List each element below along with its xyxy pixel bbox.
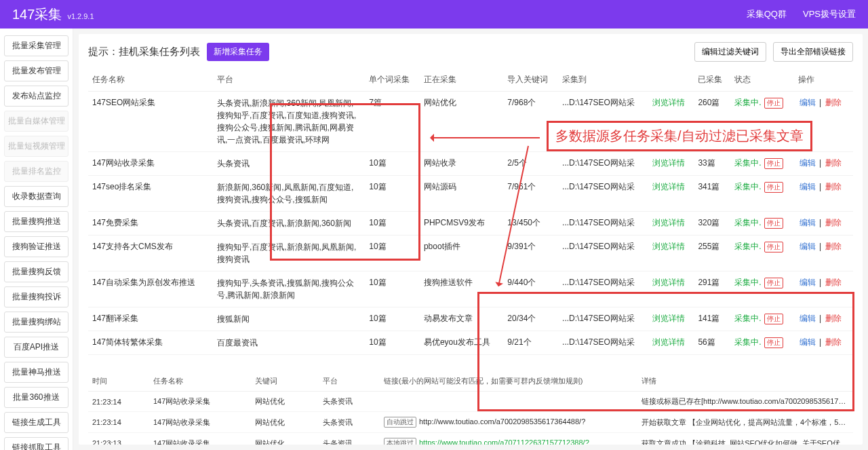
- task-dest: ...D:\147SEO网站采: [558, 236, 648, 271]
- delete-link[interactable]: 删除: [825, 182, 842, 191]
- browse-detail-link[interactable]: 浏览详情: [652, 242, 685, 251]
- task-single: 10篇: [365, 307, 420, 331]
- sidebar-item-5: 批量排名监控: [4, 161, 68, 182]
- tasks-col-_browse: [648, 69, 694, 92]
- sidebar-item-7[interactable]: 批量搜狗推送: [4, 211, 68, 232]
- task-platform: 头条资讯,新浪新闻,360新闻,凤凰新闻,搜狗知乎,百度资讯,百度知道,搜狗资讯…: [213, 92, 365, 152]
- stop-button[interactable]: 停止: [764, 314, 783, 324]
- edit-filter-keywords-button[interactable]: 编辑过滤关键词: [694, 42, 766, 62]
- edit-link[interactable]: 编辑: [800, 278, 816, 287]
- delete-link[interactable]: 删除: [825, 158, 842, 168]
- edit-link[interactable]: 编辑: [800, 314, 816, 323]
- task-platform: 搜狐新闻: [213, 307, 365, 331]
- edit-link[interactable]: 编辑: [800, 337, 816, 347]
- log-link[interactable]: https://www.toutiao.com/a707112263715771…: [419, 438, 589, 445]
- sidebar-item-1[interactable]: 批量发布管理: [4, 60, 68, 81]
- sidebar-item-16[interactable]: 链接抓取工具: [4, 437, 68, 450]
- task-dest: ...D:\147SEO网站采: [558, 176, 648, 212]
- delete-link[interactable]: 删除: [825, 242, 842, 251]
- stop-button[interactable]: 停止: [764, 337, 783, 348]
- delete-link[interactable]: 删除: [825, 314, 842, 323]
- top-bar: 147采集 v1.2.9.1 采集QQ群 VPS拨号设置: [0, 0, 868, 29]
- browse-detail-link[interactable]: 浏览详情: [652, 182, 685, 191]
- sidebar-item-8[interactable]: 搜狗验证推送: [4, 236, 68, 257]
- page-title: 提示：挂机采集任务列表: [88, 45, 200, 58]
- browse-detail-link[interactable]: 浏览详情: [652, 218, 685, 227]
- log-task: 147网站收录采集: [149, 433, 251, 445]
- sidebar-item-12[interactable]: 百度API推送: [4, 337, 68, 358]
- delete-link[interactable]: 删除: [825, 98, 842, 107]
- log-link[interactable]: http://www.toutiao.com/a7002098535617364…: [419, 417, 585, 426]
- export-error-links-button[interactable]: 导出全部错误链接: [773, 42, 853, 62]
- stop-button[interactable]: 停止: [764, 158, 783, 169]
- browse-detail-link[interactable]: 浏览详情: [652, 314, 685, 323]
- sidebar-item-0[interactable]: 批量采集管理: [4, 35, 68, 56]
- sidebar-item-10[interactable]: 批量搜狗投诉: [4, 286, 68, 307]
- tasks-header-row: 任务名称平台单个词采集正在采集导入关键词采集到已采集状态操作: [88, 69, 853, 92]
- task-dest: ...D:\147SEO网站采: [558, 212, 648, 236]
- table-row: 147简体转繁体采集百度最资讯10篇易优eyou发布工具9/21个...D:\1…: [88, 331, 853, 355]
- task-collected: 255篇: [694, 236, 730, 271]
- task-name: 147简体转繁体采集: [88, 331, 213, 355]
- task-running: 动易发布文章: [420, 307, 503, 331]
- edit-link[interactable]: 编辑: [800, 242, 816, 251]
- browse-detail-link[interactable]: 浏览详情: [652, 98, 685, 107]
- task-keywords: 7/961个: [503, 176, 558, 212]
- sidebar-item-15[interactable]: 链接生成工具: [4, 412, 68, 433]
- task-keywords: 9/391个: [503, 236, 558, 271]
- log-platform: 头条资讯: [319, 392, 380, 412]
- status-running: 采集中.: [734, 182, 761, 191]
- task-single: 10篇: [365, 271, 420, 307]
- delete-link[interactable]: 删除: [825, 337, 842, 347]
- log-detail: 开始获取文章 【企业网站优化，提高网站流量，4个标准，5个策略】: [637, 412, 853, 433]
- task-running: PHPCMSV9发布: [420, 212, 503, 236]
- tasks-col-ops: 操作: [794, 69, 853, 92]
- link-badge: 本地跳过: [384, 438, 416, 445]
- sidebar-item-13[interactable]: 批量神马推送: [4, 362, 68, 383]
- log-keyword: 网站优化: [251, 433, 319, 445]
- delete-link[interactable]: 删除: [825, 218, 842, 227]
- browse-detail-link[interactable]: 浏览详情: [652, 278, 685, 287]
- stop-button[interactable]: 停止: [764, 242, 783, 252]
- task-platform: 头条资讯,百度资讯,新浪新闻,360新闻: [213, 212, 365, 236]
- sidebar-item-2[interactable]: 发布站点监控: [4, 86, 68, 107]
- new-task-button[interactable]: 新增采集任务: [207, 43, 269, 61]
- logs-table: 时间任务名称关键词平台链接(最小的网站可能没有匹配，如需要可群内反馈增加规则)详…: [88, 371, 853, 445]
- task-keywords: 20/34个: [503, 307, 558, 331]
- sidebar-item-11[interactable]: 批量搜狗绑站: [4, 312, 68, 333]
- nav-qq-group[interactable]: 采集QQ群: [747, 8, 787, 20]
- nav-vps-dial[interactable]: VPS拨号设置: [803, 8, 856, 20]
- edit-link[interactable]: 编辑: [800, 182, 816, 191]
- log-row: 21:23:14147网站收录采集网站优化头条资讯自动跳过http://www.…: [88, 412, 853, 433]
- tasks-col-collected: 已采集: [694, 69, 730, 92]
- browse-detail-link[interactable]: 浏览详情: [652, 158, 685, 168]
- delete-link[interactable]: 删除: [825, 278, 842, 287]
- browse-detail-link[interactable]: 浏览详情: [652, 337, 685, 347]
- status-running: 采集中.: [734, 242, 761, 251]
- sidebar-item-9[interactable]: 批量搜狗反馈: [4, 261, 68, 282]
- task-keywords: 9/440个: [503, 271, 558, 307]
- sidebar-item-4: 批量短视频管理: [4, 136, 68, 157]
- app-title: 147采集: [12, 5, 62, 24]
- task-collected: 320篇: [694, 212, 730, 236]
- table-row: 147网站收录采集头条资讯10篇网站收录2/5个...D:\147SEO网站采浏…: [88, 152, 853, 176]
- task-dest: ...D:\147SEO网站采: [558, 331, 648, 355]
- sidebar-item-6[interactable]: 收录数据查询: [4, 186, 68, 207]
- logs-col-keyword: 关键词: [251, 371, 319, 392]
- edit-link[interactable]: 编辑: [800, 218, 816, 227]
- task-single: 10篇: [365, 331, 420, 355]
- edit-link[interactable]: 编辑: [800, 158, 816, 168]
- edit-link[interactable]: 编辑: [800, 98, 816, 107]
- log-keyword: 网站优化: [251, 392, 319, 412]
- task-name: 147SEO网站采集: [88, 92, 213, 152]
- task-collected: 56篇: [694, 331, 730, 355]
- stop-button[interactable]: 停止: [764, 98, 783, 109]
- stop-button[interactable]: 停止: [764, 182, 783, 193]
- sidebar-item-14[interactable]: 批量360推送: [4, 387, 68, 408]
- brand: 147采集 v1.2.9.1: [12, 5, 94, 24]
- task-dest: ...D:\147SEO网站采: [558, 307, 648, 331]
- stop-button[interactable]: 停止: [764, 218, 783, 229]
- stop-button[interactable]: 停止: [764, 278, 783, 288]
- log-link-cell: [380, 392, 637, 412]
- tasks-col-status: 状态: [730, 69, 793, 92]
